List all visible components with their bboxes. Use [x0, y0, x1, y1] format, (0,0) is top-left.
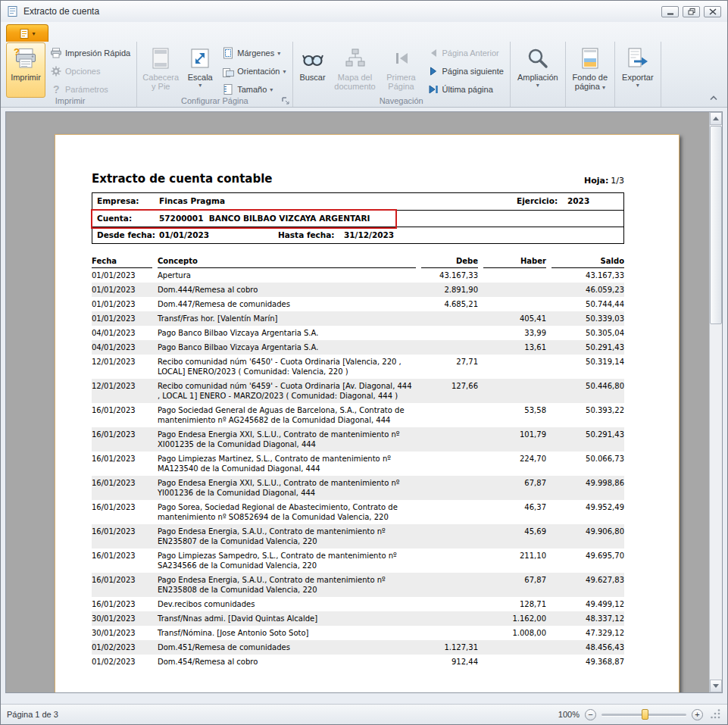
cell-debe: 4.685,21: [421, 297, 483, 311]
scroll-up-button[interactable]: [710, 112, 722, 125]
prev-page-icon: [427, 47, 439, 59]
cell-debe: [421, 611, 483, 626]
chevron-down-icon: ▾: [536, 82, 539, 89]
zoom-slider[interactable]: [601, 708, 686, 720]
ampliacion-button[interactable]: Ampliación ▾: [513, 42, 563, 96]
opciones-button[interactable]: Opciones: [46, 63, 134, 80]
cell-haber: 67,87: [483, 573, 551, 597]
cell-saldo: 48.456,43: [551, 640, 624, 655]
cell-concepto: Dom.444/Remesa al cobro: [158, 283, 421, 297]
dialog-launcher-button[interactable]: [281, 96, 291, 106]
zoom-out-button[interactable]: −: [585, 709, 596, 720]
buscar-button[interactable]: Buscar: [295, 42, 330, 98]
table-row: 16/01/2023Dev.recibos comunidades128,714…: [92, 597, 624, 611]
pagina-anterior-button[interactable]: Página Anterior: [423, 45, 508, 61]
cell-concepto: Pago Endesa Energia XXI, S.L.U., Contrat…: [158, 427, 421, 452]
cell-haber: 53,58: [483, 403, 551, 427]
cell-fecha: 12/01/2023: [92, 379, 158, 403]
ribbon-tabstrip: ▾: [1, 22, 727, 42]
cell-concepto: Pago Limpiezas Martinez, S.L., Contrato …: [158, 452, 421, 476]
close-button[interactable]: [704, 6, 721, 17]
cell-fecha: 16/01/2023: [92, 427, 158, 452]
group-label-configurar-pagina: Configurar Página: [137, 96, 292, 107]
cell-concepto: Dom.451/Remesa de comunidades: [158, 640, 421, 655]
document-title: Extracto de cuenta contable: [92, 172, 273, 186]
cabecera-pie-button[interactable]: Cabecera y Pie: [139, 42, 182, 98]
margenes-button[interactable]: Márgenes ▾: [218, 45, 289, 61]
cell-fecha: 16/01/2023: [92, 548, 158, 573]
cell-debe: [421, 403, 483, 427]
cell-haber: 13,61: [483, 340, 551, 355]
cell-concepto: Pago Limpiezas Sampedro, S.L., Contrato …: [158, 548, 421, 573]
opciones-label: Opciones: [65, 67, 100, 76]
ultima-pagina-button[interactable]: Última página: [423, 81, 508, 98]
minimize-button[interactable]: [661, 6, 679, 17]
parametros-button[interactable]: ? Parámetros: [46, 81, 134, 98]
empresa-label: Empresa:: [97, 196, 139, 205]
escala-button[interactable]: Escala ▾: [183, 42, 217, 98]
buscar-label: Buscar: [299, 73, 325, 82]
arrow-down-icon: [713, 684, 719, 688]
preview-canvas[interactable]: Extracto de cuenta contable Hoja:1/3 Emp…: [6, 112, 709, 692]
orientacion-button[interactable]: Orientación ▾: [218, 63, 289, 80]
cell-fecha: 01/01/2023: [92, 268, 158, 283]
chevron-down-icon: ▾: [198, 82, 202, 89]
titlebar: Extracto de cuenta: [1, 1, 727, 22]
ejercicio-label: Ejercicio:: [517, 196, 558, 205]
desde-fecha-label: Desde fecha:: [97, 230, 155, 239]
exportar-button[interactable]: Exportar ▾: [617, 42, 658, 96]
page-background-icon: [578, 46, 602, 70]
app-menu-button[interactable]: ▾: [6, 24, 48, 42]
ribbon-group-navegacion: Buscar Mapa del documento Primera Página…: [293, 42, 511, 107]
exportar-label: Exportar: [622, 73, 654, 82]
scrollbar-thumb[interactable]: [710, 126, 722, 324]
scroll-down-button[interactable]: [710, 680, 722, 692]
header-haber: Haber: [483, 255, 551, 268]
cell-concepto: Pago Endesa Energia, S.A.U., Contrato de…: [158, 573, 421, 597]
cell-haber: 128,71: [483, 597, 551, 611]
resize-grip[interactable]: [711, 709, 721, 720]
cabecera-pie-label: Cabecera y Pie: [142, 73, 180, 91]
maximize-button[interactable]: [683, 6, 700, 17]
table-row: 04/01/2023Pago Banco Bilbao Vizcaya Arge…: [92, 326, 624, 340]
collapse-ribbon-button[interactable]: [706, 92, 721, 104]
impresion-rapida-button[interactable]: Impresión Rápida: [46, 45, 134, 61]
fondo-pagina-button[interactable]: Fondo de página ▾: [568, 42, 612, 96]
zoom-slider-thumb[interactable]: [642, 709, 648, 720]
ejercicio-value: 2023: [567, 196, 589, 205]
chevron-down-icon: ▾: [636, 82, 639, 89]
cell-saldo: 49.952,49: [551, 500, 624, 524]
app-window: Extracto de cuenta ▾ ? Im: [0, 0, 728, 725]
cell-saldo: 49.906,80: [551, 524, 624, 548]
primera-pagina-button[interactable]: Primera Página: [380, 42, 423, 98]
table-row: 30/01/2023Transf/Nnas admi. [David Quint…: [92, 611, 624, 626]
cell-fecha: 16/01/2023: [92, 524, 158, 548]
cell-concepto: Pago Endesa Energia XXI, S.L.U., Contrat…: [158, 476, 421, 500]
pagina-siguiente-button[interactable]: Página siguiente: [423, 63, 508, 80]
mapa-documento-button[interactable]: Mapa del documento: [331, 42, 380, 98]
cell-debe: [421, 500, 483, 524]
zoom-icon: [526, 46, 550, 70]
cell-fecha: 30/01/2023: [92, 611, 158, 626]
cell-debe: [421, 626, 483, 640]
tamano-button[interactable]: Tamaño ▾: [218, 81, 289, 98]
cell-saldo: 50.339,03: [551, 311, 624, 326]
vertical-scrollbar[interactable]: [709, 112, 722, 692]
orientation-icon: [222, 65, 234, 77]
table-row: 01/02/2023Dom.451/Remesa de comunidades1…: [92, 640, 624, 655]
cell-saldo: 50.291,43: [551, 427, 624, 452]
impresion-rapida-label: Impresión Rápida: [65, 48, 130, 58]
zoom-in-button[interactable]: +: [692, 709, 703, 720]
cell-saldo: 49.499,12: [551, 597, 624, 611]
ampliacion-label: Ampliación: [517, 73, 558, 82]
cell-saldo: 50.446,80: [551, 379, 624, 403]
table-row: 16/01/2023Pago Endesa Energia, S.A.U., C…: [92, 524, 624, 548]
tamano-label: Tamaño: [237, 85, 267, 94]
account-info-box: Empresa: Fincas Pragma Ejercicio: 2023 C…: [92, 192, 624, 244]
page-content: Extracto de cuenta contable Hoja:1/3 Emp…: [92, 135, 624, 669]
next-page-icon: [427, 65, 439, 77]
table-row: 16/01/2023Pago Sociedad General de Aguas…: [92, 403, 624, 427]
first-page-icon: [389, 46, 414, 70]
imprimir-button[interactable]: ? Imprimir: [6, 42, 45, 98]
cell-debe: [421, 476, 483, 500]
